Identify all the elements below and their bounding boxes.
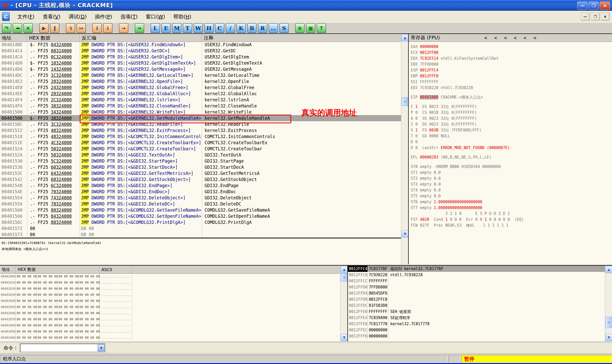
chevron-down-icon[interactable]: ▼ [98,344,105,351]
stack-row-0012FFC4[interactable]: 0012FFC47C81776F返回到 kernel32.7C81776F [348,266,605,272]
menu-item-h[interactable]: 帮助(H) [169,12,195,21]
register-line[interactable]: ST7 empty 1.0000000000000000000 [411,205,612,211]
register-line[interactable]: EIP 00401000 CRACKME.<模块入口点> [411,94,612,100]
register-line[interactable]: EFL 00000283 (NO,B,NE,BE,S,PO,L,LE) [411,154,612,160]
execute-till-return-button[interactable]: → [119,23,128,33]
disasm-row-00401524[interactable]: 00401524.- FF25 50324000JMP DWORD PTR DS… [0,146,401,152]
command-combobox[interactable]: ▼ [20,344,105,352]
disasm-row-0040156C[interactable]: 0040156C.- FF25 88324000JMP DWORD PTR DS… [0,219,401,225]
dump-row-00402010[interactable]: 0040201000 00 00 0000 00 00 0000 00 00 0… [0,280,340,286]
menu-item-d[interactable]: 调试(D) [64,12,91,21]
register-line[interactable]: ESP 0012FFC4 [411,67,612,73]
view-source-button[interactable]: S [279,23,289,33]
view-log-button[interactable]: L [151,23,160,33]
menu-item-t[interactable]: 选项(T) [116,12,142,21]
view-call-stack-button[interactable]: K [237,23,246,33]
minimize-button[interactable]: — [577,2,587,10]
scroll-down-icon[interactable]: ▼ [605,334,612,341]
disasm-row-00401560[interactable]: 00401560.- FF25 80324000JMP DWORD PTR DS… [0,207,401,213]
pause-button[interactable]: ‖ [50,23,59,33]
disasm-row-004014C4[interactable]: 004014C4.- FF25 08324000JMP DWORD PTR DS… [0,48,401,54]
register-line[interactable]: 3 2 1 0 E S P U O Z D I [411,211,612,217]
register-line[interactable]: EBX 7FFDD000 [411,62,612,67]
register-line[interactable]: T 0 GS 0000 NULL [411,133,612,139]
appearance-button[interactable]: ▦ [306,23,315,33]
register-line[interactable]: D 0 [411,139,612,145]
register-line[interactable]: FST 4020 Cond 1 0 0 0 Err 0 0 1 0 0 0 0 … [411,217,612,223]
stack-row-0012FFF0[interactable]: 0012FFF000000000 [348,333,605,339]
disasm-row-004014DC[interactable]: 004014DC.- FF25 1C324000JMP DWORD PTR DS… [0,72,401,78]
disassembly-scrollbar[interactable]: ▲ ≡ ▼ [401,34,408,264]
register-line[interactable]: C 1 ES 0023 32位 0(FFFFFFFF) [411,104,612,110]
chevron-left-icon[interactable]: < [494,35,497,41]
register-line[interactable]: EBP 0012FFF0 [411,73,612,79]
dump-row-00402060[interactable]: 0040206000 00 00 0000 00 00 0000 00 00 0… [0,310,340,316]
dump-row-00402000[interactable]: 0040200000 00 00 0000 00 00 0000 00 00 0… [0,273,340,280]
disasm-row-00401518[interactable]: 00401518.- FF25 48324000JMP DWORD PTR DS… [0,134,401,140]
restore-button[interactable]: ❐ [589,2,599,10]
dump-scrollbar[interactable]: ▲ ≡ ▼ [340,266,348,341]
disasm-row-0040152A[interactable]: 0040152A.- FF25 58324000JMP DWORD PTR DS… [0,152,401,158]
disasm-row-004014D0[interactable]: 004014D0$- FF25 10324000JMP DWORD PTR DS… [0,60,401,66]
view-memory-button[interactable]: M [172,23,181,33]
disasm-row-00401542[interactable]: 00401542.- FF25 68324000JMP DWORD PTR DS… [0,176,401,183]
scroll-up-icon[interactable]: ▲ [402,34,408,41]
stack-row-0012FFC8[interactable]: 0012FFC87C930228ntdll.7C930228 [348,272,605,278]
scroll-up-icon[interactable]: ▲ [605,266,612,273]
mdi-minimize-button[interactable]: — [581,13,590,20]
scroll-up-icon[interactable]: ▲ [341,266,348,273]
stack-row-0012FFE0[interactable]: 0012FFE0FFFFFFFFSEH 链尾部 [348,309,605,315]
dump-row-00402030[interactable]: 0040203000 00 00 0000 00 00 0000 00 00 0… [0,292,340,298]
dump-row-00402020[interactable]: 0040202000 00 00 0000 00 00 0000 00 00 0… [0,286,340,292]
mdi-restore-button[interactable]: ❐ [591,13,599,20]
chevron-left-icon[interactable]: < [484,35,487,41]
view-patches-button[interactable]: / [226,23,235,33]
dump-row-00402080[interactable]: 0040208000 00 00 0000 00 00 0000 00 00 0… [0,322,340,329]
scroll-down-icon[interactable]: ▼ [341,334,348,341]
stack-row-0012FFEC[interactable]: 0012FFEC00000000 [348,327,605,333]
view-executable-button[interactable]: E [161,23,171,33]
stack-row-0012FFD0[interactable]: 0012FFD07FFDD000 [348,284,605,290]
dump-row-00402070[interactable]: 0040207000 00 00 0000 00 00 0000 00 00 0… [0,316,340,322]
register-line[interactable]: O 0 LastErr ERROR_MOD_NOT_FOUND (0000007… [411,145,612,151]
disasm-row-0040154E[interactable]: 0040154E.- FF25 70324000JMP DWORD PTR DS… [0,189,401,195]
restart-button[interactable]: ◀◀ [13,23,22,33]
close-program-button[interactable]: × [23,23,33,33]
register-line[interactable]: ECX 0012FFB0 [411,50,612,56]
menu-item-v[interactable]: 查看(V) [39,12,64,21]
disasm-row-0040153C[interactable]: 0040153C.- FF25 64324000JMP DWORD PTR DS… [0,170,401,176]
scroll-down-icon[interactable]: ▼ [402,230,408,237]
disasm-row-0040155A[interactable]: 0040155A.- FF25 78324000JMP DWORD PTR DS… [0,201,401,207]
register-line[interactable]: Z 0 DS 0023 32位 0(FFFFFFFF) [411,122,612,127]
dump-row-00402090[interactable]: 0040209000 00 00 0000 00 00 0000 00 00 0… [0,329,340,335]
disasm-row-004014F4[interactable]: 004014F4.- FF25 2C324000JMP DWORD PTR DS… [0,97,401,103]
dump-row-00402040[interactable]: 0040204000 00 00 0000 00 00 0000 00 00 0… [0,298,340,304]
dump-row-00402050[interactable]: 0040205000 00 00 0000 00 00 0000 00 00 0… [0,304,340,310]
view-handles-button[interactable]: H [204,23,214,33]
register-line[interactable]: ST5 empty 0.0 [411,193,612,199]
dump-row-004020A0[interactable]: 004020A000 00 00 0000 00 00 0000 00 00 0… [0,335,340,341]
disasm-row-00401512[interactable]: 00401512.- FF25 40324000JMP DWORD PTR DS… [0,127,401,134]
animate-over-button[interactable]: ↓ [103,23,112,33]
register-line[interactable]: ST2 empty 0.0 [411,176,612,181]
open-file-button[interactable]: ↷ [2,23,11,33]
disasm-row-004014D6[interactable]: 004014D6$- FF25 14324000JMP DWORD PTR DS… [0,66,401,72]
cpu-window-icon[interactable]: C [2,12,10,21]
stack-row-0012FFDC[interactable]: 0012FFDC81F583D8 [348,302,605,309]
mdi-close-button[interactable]: × [601,13,609,20]
register-history-chevrons[interactable]: <<<<<< [484,35,536,41]
register-line[interactable]: EAX 00000000 [411,44,612,50]
stack-scrollbar[interactable]: ▲ ≡ ▼ [605,266,612,341]
animate-into-button[interactable]: ⇓ [92,23,102,33]
disasm-row-00401530[interactable]: 00401530.- FF25 5C324000JMP DWORD PTR DS… [0,158,401,164]
menu-item-p[interactable]: 插件(P) [91,12,116,21]
disasm-row-004014BE[interactable]: 004014BE$- FF25 04324000JMP DWORD PTR DS… [0,42,401,48]
register-line[interactable]: EDI 7C930228 ntdll.7C930228 [411,85,612,91]
register-line[interactable]: ST3 empty 0.0 [411,181,612,187]
register-line[interactable]: P 0 CS 001B 32位 0(FFFFFFFF) [411,110,612,116]
windows-list-button[interactable]: ≡ [295,23,304,33]
view-cpu-button[interactable]: C [215,23,224,33]
chevron-left-icon[interactable]: < [514,35,516,41]
disasm-row-00401572[interactable]: 0040157200DB 00 [0,225,401,232]
register-line[interactable]: EDX 7C92E514 ntdll.KiFastSystemCallRet [411,56,612,62]
